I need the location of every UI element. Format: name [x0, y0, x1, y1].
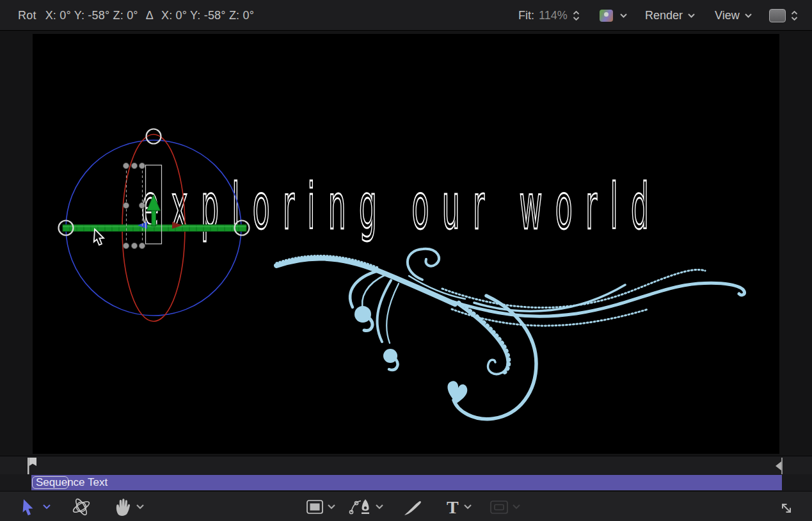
window-layout-icon — [769, 9, 786, 22]
select-arrow-icon — [20, 497, 36, 517]
select-tool-chevron[interactable] — [42, 492, 51, 521]
canvas-art: exploring our world — [33, 34, 779, 454]
rotation-readout: Rot X: 0° Y: -58° Z: 0° Δ X: 0° Y: -58° … — [18, 0, 254, 31]
delta-icon: Δ — [146, 9, 154, 22]
canvas[interactable]: exploring our world — [33, 34, 779, 454]
chevron-down-icon — [375, 504, 384, 509]
canvas-title-text: exploring our world — [141, 170, 662, 243]
expand-view-button[interactable] — [776, 492, 795, 521]
mask-tool-chevron-disabled — [512, 492, 521, 521]
timeline-ruler[interactable] — [0, 456, 812, 474]
paint-tool-button[interactable] — [402, 492, 422, 521]
rot-delta-values: X: 0° Y: -58° Z: 0° — [161, 9, 254, 22]
rot-values: X: 0° Y: -58° Z: 0° — [45, 9, 138, 22]
flourish-graphic — [276, 249, 744, 419]
bezier-pen-icon — [348, 496, 374, 518]
tool-palette: T — [0, 491, 812, 521]
timeline-track-row: Sequence Text — [0, 474, 812, 491]
track-name-label: Sequence Text — [36, 476, 107, 489]
pan-tool-chevron[interactable] — [136, 492, 145, 521]
play-range-in-marker[interactable] — [28, 458, 36, 475]
chevron-down-icon — [136, 504, 145, 509]
bezier-tool-button[interactable] — [348, 492, 374, 521]
window-layout-menu[interactable] — [769, 0, 798, 31]
view-menu-label: View — [715, 9, 740, 22]
render-menu-label: Render — [645, 9, 683, 22]
fit-label: Fit: — [518, 9, 534, 22]
motion-canvas-window: { "topbar": { "rot_label": "Rot", "rot_v… — [0, 0, 812, 521]
rect-shape-icon — [305, 497, 324, 517]
render-menu[interactable]: Render — [645, 0, 696, 31]
select-tool-button[interactable] — [20, 492, 36, 521]
timeline-ruler-art — [0, 456, 812, 475]
orbit-3d-icon — [70, 496, 92, 518]
rot-label: Rot — [18, 9, 36, 22]
layout-stepper-icon — [791, 11, 798, 20]
sequence-text-track[interactable]: Sequence Text — [31, 475, 782, 490]
mask-tool-button-disabled — [489, 492, 509, 521]
color-swatch-menu[interactable] — [600, 0, 628, 31]
status-toolbar: Rot X: 0° Y: -58° Z: 0° Δ X: 0° Y: -58° … — [0, 0, 812, 31]
gizmo-handle-top[interactable] — [147, 129, 161, 144]
rect-tool-button[interactable] — [305, 492, 324, 521]
rotation-gizmo[interactable] — [59, 129, 250, 322]
zoom-stepper-icon[interactable] — [573, 11, 580, 20]
text-tool-icon: T — [444, 496, 462, 518]
expand-diagonal-icon — [776, 497, 795, 517]
chevron-down-icon — [744, 13, 752, 19]
paint-stroke-icon — [402, 496, 422, 518]
bezier-tool-chevron[interactable] — [375, 492, 384, 521]
chevron-down-icon — [687, 13, 696, 19]
mask-shape-icon — [489, 497, 509, 517]
chevron-down-icon — [42, 504, 51, 509]
rect-tool-chevron[interactable] — [327, 492, 336, 521]
orbit-tool-button[interactable] — [70, 492, 92, 521]
chevron-down-icon — [327, 504, 336, 509]
chevron-down-icon — [512, 504, 521, 509]
chevron-down-icon — [619, 13, 628, 19]
text-tool-button[interactable]: T — [444, 492, 462, 521]
zoom-level-control[interactable]: Fit: 114% — [518, 0, 580, 31]
svg-text:T: T — [447, 497, 459, 517]
pan-hand-icon — [113, 497, 132, 517]
canvas-background: exploring our world — [0, 31, 812, 456]
play-range-out-marker[interactable] — [776, 458, 783, 474]
view-menu[interactable]: View — [715, 0, 752, 31]
text-tool-chevron[interactable] — [463, 492, 472, 521]
color-swatch-icon — [600, 10, 613, 22]
fit-value: 114% — [539, 9, 568, 22]
pan-tool-button[interactable] — [113, 492, 132, 521]
chevron-down-icon — [463, 504, 472, 509]
